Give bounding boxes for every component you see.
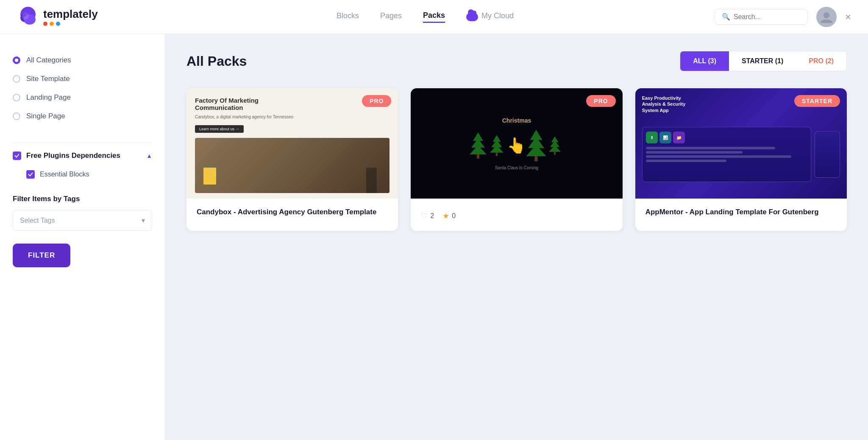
- star-icon: ★: [442, 211, 449, 221]
- main-content: All Packs ALL (3) STARTER (1) PRO (2) Fa…: [165, 34, 868, 440]
- dot-red: [43, 22, 47, 26]
- header: templately Blocks Pages Packs My Cloud 🔍: [0, 0, 868, 34]
- header-right: 🔍 ×: [715, 7, 851, 27]
- marketing-preview-btn: Learn more about us →: [195, 125, 244, 133]
- avatar[interactable]: [816, 7, 837, 27]
- search-input[interactable]: [734, 13, 801, 21]
- tab-starter[interactable]: STARTER (1): [729, 51, 796, 71]
- card-appmentor[interactable]: Easy ProductivityAnalysis & SecuritySyst…: [635, 88, 847, 231]
- category-single-page-label: Single Page: [26, 112, 65, 121]
- search-icon: 🔍: [722, 13, 730, 21]
- tab-all[interactable]: ALL (3): [680, 51, 729, 71]
- card-christmas-badge: PRO: [586, 95, 615, 107]
- card-christmas[interactable]: Christmas: [411, 88, 622, 231]
- plugins-arrow-icon: ▲: [146, 152, 152, 159]
- dot-yellow: [50, 22, 54, 26]
- app-tablet-mockup: ⬆ 📊 📁: [642, 127, 811, 182]
- search-box[interactable]: 🔍: [715, 9, 808, 25]
- card-candybox-image: Factory Of MarketingCommunication Candyb…: [186, 88, 398, 199]
- card-christmas-stars: ★ 0: [442, 211, 456, 221]
- card-christmas-image: Christmas: [411, 88, 622, 199]
- christmas-scene: 👆: [470, 132, 563, 159]
- chevron-down-icon: ▾: [142, 216, 145, 224]
- nav-pages[interactable]: Pages: [380, 11, 402, 22]
- select-tags-placeholder: Select Tags: [20, 217, 55, 224]
- nav-my-cloud-item[interactable]: My Cloud: [466, 11, 514, 22]
- tree-3: [526, 129, 546, 161]
- app-bars: [646, 147, 807, 162]
- check-icon: [14, 153, 19, 158]
- logo-dots: [43, 22, 98, 26]
- category-list: All Categories Site Template Landing Pag…: [13, 51, 152, 126]
- tree-4: [549, 136, 561, 154]
- logo-text: templately: [43, 8, 98, 20]
- plugins-label: Free Plugins Dependencies: [26, 151, 141, 160]
- filter-section: Filter Items by Tags Select Tags ▾ FILTE…: [13, 195, 152, 267]
- nav-packs[interactable]: Packs: [423, 11, 445, 23]
- marketing-preview-photo: [195, 138, 389, 193]
- category-single-page[interactable]: Single Page: [13, 107, 152, 126]
- category-landing-page-label: Landing Page: [26, 93, 71, 102]
- christmas-likes-count: 2: [430, 212, 434, 220]
- category-all-label: All Categories: [26, 56, 71, 64]
- tab-pro[interactable]: PRO (2): [796, 51, 846, 71]
- filter-by-tags-label: Filter Items by Tags: [13, 195, 152, 203]
- layout: All Categories Site Template Landing Pag…: [0, 34, 868, 440]
- card-candybox[interactable]: Factory Of MarketingCommunication Candyb…: [186, 88, 398, 231]
- heart-icon: ♡: [421, 211, 428, 221]
- essential-blocks-checkbox[interactable]: [26, 170, 35, 179]
- svg-point-3: [22, 13, 29, 20]
- christmas-subtitle: Santa Claus Is Coming: [495, 165, 538, 170]
- cursor-hand-icon: 👆: [507, 137, 526, 154]
- essential-blocks-label: Essential Blocks: [40, 171, 89, 178]
- packs-title: All Packs: [186, 53, 247, 69]
- filter-button[interactable]: FILTER: [13, 244, 70, 267]
- cloud-icon: [466, 13, 478, 21]
- christmas-preview-title: Christmas: [502, 117, 531, 124]
- app-phone-mockup: [815, 131, 840, 178]
- app-icon-enhance: ⬆: [646, 132, 658, 143]
- sidebar: All Categories Site Template Landing Pag…: [0, 34, 165, 440]
- plugins-header[interactable]: Free Plugins Dependencies ▲: [13, 151, 152, 160]
- category-all[interactable]: All Categories: [13, 51, 152, 70]
- category-site-template-label: Site Template: [26, 75, 70, 83]
- tree-1: [470, 132, 487, 159]
- nav-my-cloud[interactable]: My Cloud: [481, 11, 514, 22]
- christmas-stars-count: 0: [452, 212, 456, 220]
- cards-grid: Factory Of MarketingCommunication Candyb…: [186, 88, 847, 231]
- check-icon-2: [28, 172, 33, 177]
- main-nav: Blocks Pages Packs My Cloud: [136, 11, 715, 23]
- card-appmentor-badge: STARTER: [794, 95, 840, 107]
- card-christmas-body: ♡ 2 ★ 0: [411, 199, 622, 231]
- card-appmentor-image: Easy ProductivityAnalysis & SecuritySyst…: [635, 88, 847, 199]
- radio-landing-page: [13, 94, 20, 101]
- radio-single-page: [13, 112, 20, 120]
- plugins-checkbox[interactable]: [13, 151, 21, 160]
- divider: [13, 143, 152, 143]
- marketing-preview-subtitle: Candybox, a digital marketing agency for…: [195, 115, 389, 119]
- card-candybox-title: Candybox - Advertising Agency Gutenberg …: [197, 207, 388, 217]
- category-landing-page[interactable]: Landing Page: [13, 88, 152, 107]
- filter-tabs: ALL (3) STARTER (1) PRO (2): [680, 51, 847, 71]
- nav-blocks[interactable]: Blocks: [337, 11, 359, 22]
- logo-area: templately: [17, 6, 136, 28]
- select-tags-dropdown[interactable]: Select Tags ▾: [13, 210, 152, 231]
- app-mockups: ⬆ 📊 📁: [642, 118, 840, 192]
- dot-blue: [56, 22, 60, 26]
- app-bar-1: [646, 147, 775, 149]
- category-site-template[interactable]: Site Template: [13, 70, 152, 88]
- plugins-section: Free Plugins Dependencies ▲ Essential Bl…: [13, 151, 152, 182]
- user-avatar-icon: [820, 10, 833, 24]
- logo-icon: [17, 6, 39, 28]
- close-button[interactable]: ×: [845, 11, 851, 23]
- radio-all: [13, 56, 20, 64]
- app-icon-analysis: 📊: [659, 132, 671, 143]
- card-christmas-likes: ♡ 2: [421, 211, 434, 221]
- card-candybox-badge: PRO: [362, 95, 391, 107]
- marketing-preview-title: Factory Of MarketingCommunication: [195, 97, 389, 111]
- tree-2: [490, 135, 504, 156]
- app-icon-manage: 📁: [673, 132, 685, 143]
- svg-point-4: [823, 12, 829, 18]
- app-bar-2: [646, 151, 743, 154]
- plugin-essential-blocks[interactable]: Essential Blocks: [13, 167, 152, 182]
